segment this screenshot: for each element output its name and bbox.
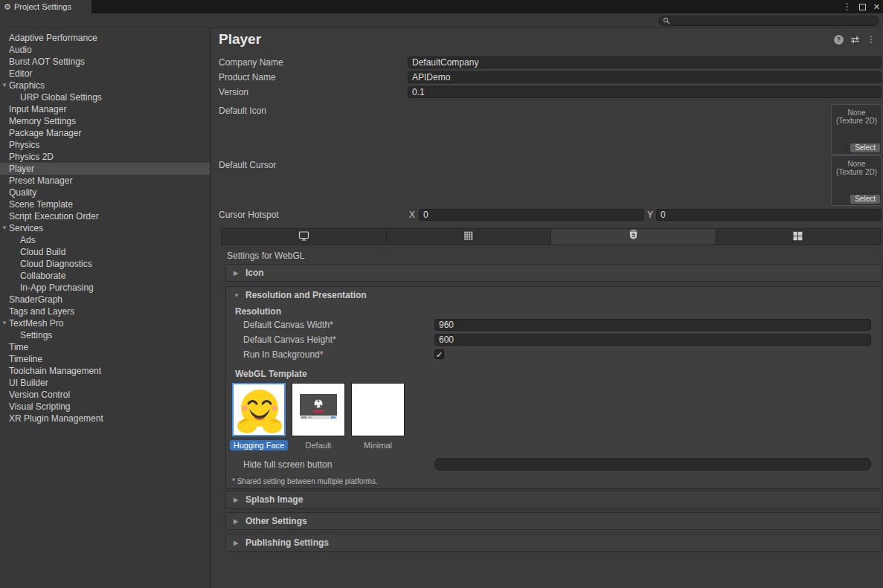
chevron-down-icon[interactable]: ▼ xyxy=(1,317,9,329)
toolbar xyxy=(0,13,883,28)
sidebar-item-ads[interactable]: Ads xyxy=(0,234,210,246)
sidebar-item-xr-plugin-management[interactable]: XR Plugin Management xyxy=(0,413,210,424)
texture-none-label: None xyxy=(832,109,882,117)
sidebar-item-label: URP Global Settings xyxy=(20,92,102,103)
sidebar-item-label: Player xyxy=(9,164,34,174)
maximize-icon[interactable] xyxy=(859,4,866,10)
hide-fullscreen-field[interactable] xyxy=(434,458,871,471)
sidebar-item-graphics[interactable]: ▼Graphics xyxy=(0,80,210,91)
hotspot-x-label: X xyxy=(409,209,415,221)
sidebar-item-settings[interactable]: Settings xyxy=(0,329,210,341)
sidebar-item-services[interactable]: ▼Services xyxy=(0,222,210,234)
select-texture-button[interactable]: Select xyxy=(850,195,880,204)
sidebar-item-memory-settings[interactable]: Memory Settings xyxy=(0,115,210,127)
sidebar-item-textmesh-pro[interactable]: ▼TextMesh Pro xyxy=(0,317,210,329)
platform-tab-dedicated-server[interactable] xyxy=(387,229,552,245)
publishing-settings-section[interactable]: ▶Publishing Settings xyxy=(225,534,882,552)
sidebar-item-timeline[interactable]: Timeline xyxy=(0,353,210,365)
webgl-template-default[interactable] xyxy=(292,383,345,436)
webgl-template-hugging-face[interactable] xyxy=(232,383,286,436)
sidebar-item-collaborate[interactable]: Collaborate xyxy=(0,270,210,282)
sidebar-item-label: Toolchain Management xyxy=(9,366,101,376)
resolution-subheader: Resolution xyxy=(235,306,281,317)
default-icon-texture-slot[interactable]: None (Texture 2D) Select xyxy=(831,104,882,155)
kebab-icon[interactable]: ⋮ xyxy=(867,34,876,45)
sidebar-item-label: Physics xyxy=(9,140,39,150)
sidebar-item-label: Visual Scripting xyxy=(9,401,71,412)
sidebar-item-physics[interactable]: Physics xyxy=(0,139,210,151)
help-icon[interactable]: ? xyxy=(834,35,844,45)
chevron-down-icon[interactable]: ▼ xyxy=(1,80,9,91)
other-settings-title: Other Settings xyxy=(235,516,307,526)
resolution-presentation-header[interactable]: ▼ Resolution and Presentation xyxy=(226,287,882,304)
icon-section[interactable]: ▶ Icon xyxy=(225,264,882,282)
sidebar-item-script-execution-order[interactable]: Script Execution Order xyxy=(0,210,210,222)
sidebar-item-cloud-build[interactable]: Cloud Build xyxy=(0,246,210,258)
sidebar-item-player[interactable]: Player xyxy=(0,163,210,175)
sidebar-item-label: Tags and Layers xyxy=(9,306,74,317)
default-icon-label: Default Icon xyxy=(219,105,266,117)
sidebar-item-label: Burst AOT Settings xyxy=(9,56,85,67)
sidebar-item-editor[interactable]: Editor xyxy=(0,68,210,80)
sidebar-item-audio[interactable]: Audio xyxy=(0,44,210,56)
sidebar-item-burst-aot-settings[interactable]: Burst AOT Settings xyxy=(0,56,210,68)
product-name-field[interactable]: APIDemo xyxy=(408,71,882,83)
settings-category-sidebar: Adaptive PerformanceAudioBurst AOT Setti… xyxy=(0,28,211,588)
close-icon[interactable]: ✕ xyxy=(873,2,880,12)
sidebar-item-label: Version Control xyxy=(9,390,70,400)
platform-tab-windows-store[interactable] xyxy=(716,229,881,245)
hotspot-x-field[interactable]: 0 xyxy=(419,209,644,221)
webgl-template-label-hugging-face: Hugging Face xyxy=(229,440,289,451)
sidebar-item-quality[interactable]: Quality xyxy=(0,187,210,198)
icon-section-title: Icon xyxy=(235,268,264,278)
sidebar-item-scene-template[interactable]: Scene Template xyxy=(0,198,210,210)
cursor-hotspot-label: Cursor Hotspot xyxy=(219,209,279,221)
sidebar-item-physics-2d[interactable]: Physics 2D xyxy=(0,151,210,163)
default-cursor-texture-slot[interactable]: None (Texture 2D) Select xyxy=(831,155,882,206)
sidebar-item-visual-scripting[interactable]: Visual Scripting xyxy=(0,401,210,413)
sidebar-item-version-control[interactable]: Version Control xyxy=(0,389,210,401)
sidebar-item-adaptive-performance[interactable]: Adaptive Performance xyxy=(0,32,210,44)
platform-tab-standalone[interactable] xyxy=(222,229,387,245)
sidebar-item-ui-builder[interactable]: UI Builder xyxy=(0,377,210,389)
default-cursor-label: Default Cursor xyxy=(219,159,276,171)
sidebar-item-label: Memory Settings xyxy=(9,116,76,126)
sidebar-item-cloud-diagnostics[interactable]: Cloud Diagnostics xyxy=(0,258,210,270)
search-input[interactable] xyxy=(670,16,878,25)
sidebar-item-input-manager[interactable]: Input Manager xyxy=(0,103,210,115)
server-icon xyxy=(463,230,474,244)
canvas-width-field[interactable]: 960 xyxy=(434,319,871,331)
webgl-template-minimal[interactable] xyxy=(351,383,405,436)
publishing-settings-title: Publishing Settings xyxy=(235,537,329,548)
windows-icon xyxy=(793,230,803,244)
company-name-field[interactable]: DefaultCompany xyxy=(408,56,882,68)
sidebar-item-label: Audio xyxy=(9,45,32,55)
sidebar-item-label: Settings xyxy=(20,330,52,340)
canvas-height-field[interactable]: 600 xyxy=(434,334,871,346)
sidebar-item-urp-global-settings[interactable]: URP Global Settings xyxy=(0,91,210,103)
sidebar-item-time[interactable]: Time xyxy=(0,341,210,353)
other-settings-section[interactable]: ▶Other Settings xyxy=(225,512,882,530)
chevron-down-icon[interactable]: ▼ xyxy=(1,222,9,234)
sidebar-item-shadergraph[interactable]: ShaderGraph xyxy=(0,294,210,306)
splash-image-section[interactable]: ▶Splash Image xyxy=(225,491,882,508)
platform-tab-bar: 5 xyxy=(221,228,881,245)
sidebar-item-in-app-purchasing[interactable]: In-App Purchasing xyxy=(0,282,210,294)
sidebar-item-label: TextMesh Pro xyxy=(9,318,63,329)
svg-text:5: 5 xyxy=(632,232,635,239)
preset-icon[interactable] xyxy=(850,35,860,45)
sidebar-item-tags-and-layers[interactable]: Tags and Layers xyxy=(0,306,210,317)
sidebar-item-toolchain-management[interactable]: Toolchain Management xyxy=(0,365,210,377)
search-box[interactable] xyxy=(658,16,879,26)
select-texture-button[interactable]: Select xyxy=(850,143,880,152)
platform-tab-webgl[interactable]: 5 xyxy=(551,229,716,245)
window-menu-icon[interactable]: ⋮ xyxy=(843,1,852,12)
sidebar-item-preset-manager[interactable]: Preset Manager xyxy=(0,175,210,187)
run-in-background-checkbox[interactable]: ✓ xyxy=(434,349,444,359)
window-tab-project-settings[interactable]: ⚙ Project Settings xyxy=(0,0,91,13)
sidebar-item-label: Timeline xyxy=(9,354,42,364)
hotspot-y-field[interactable]: 0 xyxy=(656,209,882,221)
search-icon xyxy=(663,17,670,25)
version-field[interactable]: 0.1 xyxy=(408,86,882,98)
sidebar-item-package-manager[interactable]: Package Manager xyxy=(0,127,210,139)
